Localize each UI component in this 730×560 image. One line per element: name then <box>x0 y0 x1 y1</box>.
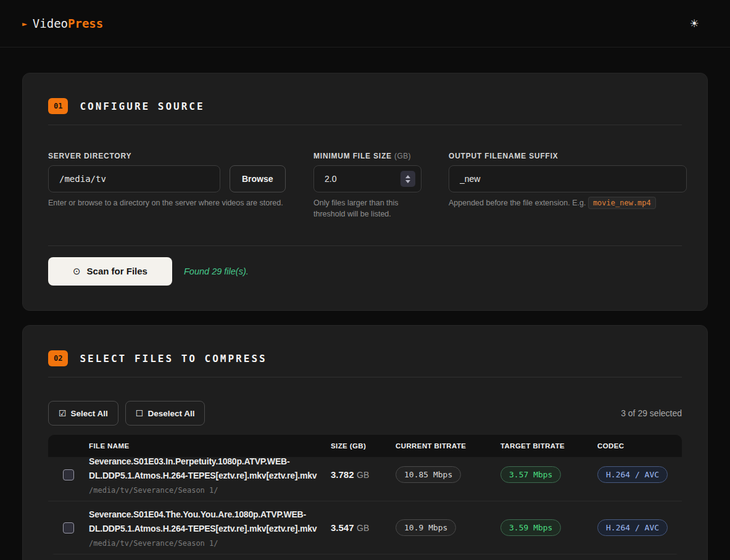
codec-badge: H.264 / AVC <box>597 466 668 483</box>
scan-row: ⊙ Scan for Files Found 29 file(s). <box>48 257 682 286</box>
target-bitrate-badge: 3.59 Mbps <box>500 519 561 536</box>
section-divider <box>48 125 682 125</box>
scan-target-icon: ⊙ <box>73 266 81 277</box>
selection-controls: ☑Select All ☐Deselect All 3 of 29 select… <box>48 401 682 426</box>
col-codec: CODEC <box>597 442 682 450</box>
top-bar: ► VideoPress ☀ <box>0 0 730 47</box>
row-checkbox[interactable] <box>63 469 74 480</box>
logo-text-video: Video <box>33 17 68 30</box>
output-suffix-input[interactable] <box>449 165 687 192</box>
configure-source-title: CONFIGURE SOURCE <box>80 101 204 112</box>
selected-count-text: 3 of 29 selected <box>621 408 682 418</box>
current-bitrate-badge: 10.85 Mbps <box>396 466 461 483</box>
file-name-text: Severance.S01E04.The.You.You.Are.1080p.A… <box>89 508 320 536</box>
scan-result-text: Found 29 file(s). <box>184 266 249 276</box>
section-divider <box>48 377 682 377</box>
col-target-bitrate: TARGET BITRATE <box>500 442 597 450</box>
output-suffix-label: OUTPUT FILENAME SUFFIX <box>449 152 687 160</box>
min-file-size-helper: Only files larger than this threshold wi… <box>313 198 421 220</box>
logo-arrow-icon: ► <box>22 19 27 28</box>
number-stepper[interactable] <box>400 171 415 187</box>
configure-source-header: 01 CONFIGURE SOURCE <box>48 98 682 114</box>
col-size: SIZE (GB) <box>331 442 396 450</box>
output-suffix-field-group: OUTPUT FILENAME SUFFIX Appended before t… <box>449 152 687 220</box>
file-name-text: Severance.S01E03.In.Perpetuity.1080p.ATV… <box>89 455 320 483</box>
file-size-unit: GB <box>357 470 369 480</box>
section-divider <box>48 245 682 246</box>
configure-source-card: 01 CONFIGURE SOURCE SERVER DIRECTORY Bro… <box>22 73 708 311</box>
file-path-text: /media/tv/Severance/Season 1/ <box>89 539 320 548</box>
stepper-up-icon[interactable] <box>405 175 410 178</box>
theme-toggle-sun-icon[interactable]: ☀ <box>690 19 699 29</box>
file-size-value: 3.547 <box>331 522 354 533</box>
min-file-size-label: MINIMUM FILE SIZE (GB) <box>313 152 421 160</box>
step-badge-02: 02 <box>48 350 68 366</box>
select-files-card: 02 SELECT FILES TO COMPRESS ☑Select All … <box>22 325 708 560</box>
current-bitrate-badge: 10.9 Mbps <box>396 519 456 536</box>
suffix-example-code: movie_new.mp4 <box>588 197 656 209</box>
min-file-size-field-group: MINIMUM FILE SIZE (GB) Only files larger… <box>313 152 421 220</box>
select-files-title: SELECT FILES TO COMPRESS <box>80 353 267 364</box>
empty-box-icon: ☐ <box>136 408 144 418</box>
deselect-all-button[interactable]: ☐Deselect All <box>125 401 205 426</box>
output-suffix-helper: Appended before the file extension. E.g.… <box>449 198 687 208</box>
app-logo: ► VideoPress <box>22 17 103 30</box>
min-file-size-unit: (GB) <box>394 152 411 160</box>
server-directory-input[interactable] <box>48 165 220 192</box>
server-directory-helper: Enter or browse to a directory on the se… <box>48 198 286 208</box>
files-table-body: Severance.S01E03.In.Perpetuity.1080p.ATV… <box>48 448 682 554</box>
select-all-button[interactable]: ☑Select All <box>48 401 118 426</box>
target-bitrate-badge: 3.57 Mbps <box>500 466 561 483</box>
stepper-down-icon[interactable] <box>405 180 410 183</box>
col-file-name: FILE NAME <box>89 442 331 450</box>
server-directory-field-group: SERVER DIRECTORY Browse Enter or browse … <box>48 152 286 220</box>
scan-for-files-button[interactable]: ⊙ Scan for Files <box>48 257 172 286</box>
codec-badge: H.264 / AVC <box>597 519 668 536</box>
files-table: FILE NAME SIZE (GB) CURRENT BITRATE TARG… <box>48 435 682 554</box>
checked-box-icon: ☑ <box>59 408 67 418</box>
configure-form: SERVER DIRECTORY Browse Enter or browse … <box>48 152 682 220</box>
file-size-unit: GB <box>357 523 369 533</box>
logo-text-press: Press <box>68 17 103 30</box>
table-row: Severance.S01E04.The.You.You.Are.1080p.A… <box>48 501 682 554</box>
files-table-header: FILE NAME SIZE (GB) CURRENT BITRATE TARG… <box>48 435 682 457</box>
select-files-header: 02 SELECT FILES TO COMPRESS <box>48 350 682 366</box>
col-current-bitrate: CURRENT BITRATE <box>396 442 500 450</box>
server-directory-label: SERVER DIRECTORY <box>48 152 286 160</box>
step-badge-01: 01 <box>48 98 68 114</box>
file-path-text: /media/tv/Severance/Season 1/ <box>89 486 320 495</box>
browse-button[interactable]: Browse <box>230 165 286 192</box>
row-checkbox[interactable] <box>63 522 74 533</box>
file-size-value: 3.782 <box>331 469 354 480</box>
